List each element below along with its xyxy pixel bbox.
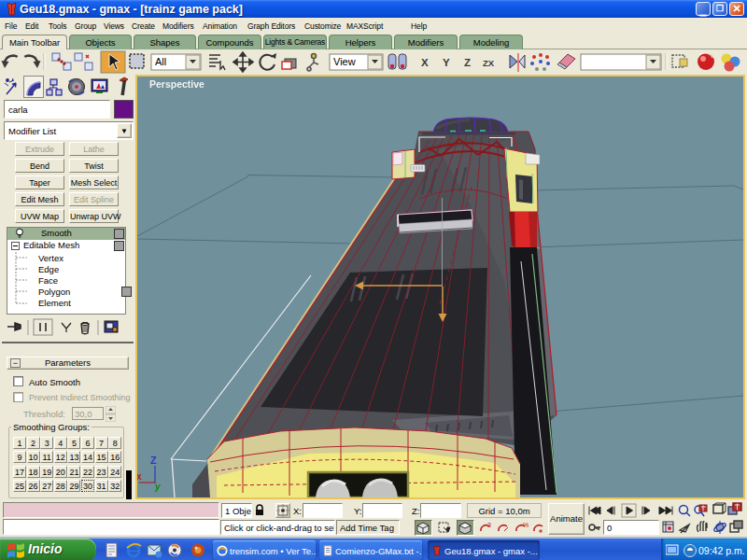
svg-text:%: %: [523, 522, 529, 528]
svg-text:All: All: [155, 56, 166, 67]
svg-text:ZX: ZX: [483, 58, 495, 68]
svg-text:Perspective: Perspective: [149, 78, 204, 90]
svg-text:X: X: [421, 57, 429, 68]
svg-text:Z: Z: [464, 57, 471, 68]
svg-text:Z: Z: [150, 455, 157, 466]
svg-text:Y: Y: [443, 57, 450, 68]
svg-text:y: y: [154, 482, 161, 492]
svg-text:View: View: [333, 56, 356, 67]
svg-text:3: 3: [487, 522, 491, 528]
svg-text:x: x: [137, 471, 142, 482]
